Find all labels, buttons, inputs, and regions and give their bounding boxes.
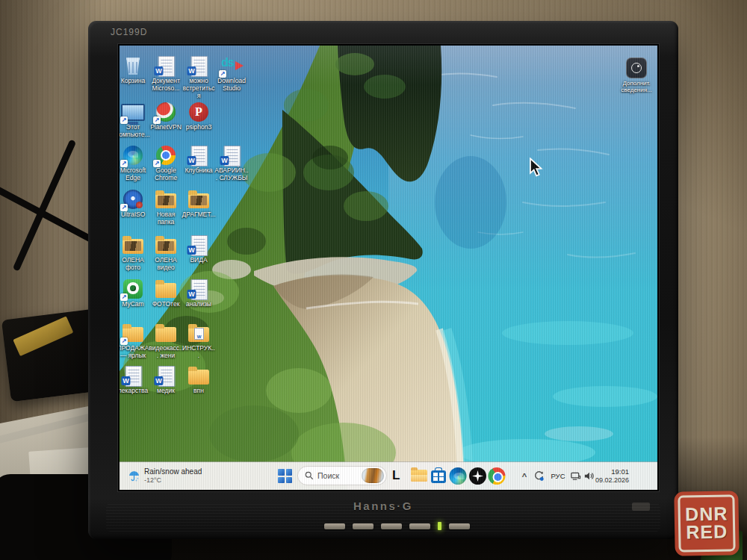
mycam-icon	[122, 279, 144, 299]
desktop-icon-word-analizy[interactable]: анализы	[182, 279, 216, 308]
shortcut-arrow-icon	[120, 160, 128, 167]
icon-label: Документ Microso...	[149, 78, 183, 93]
chrome-icon	[155, 145, 177, 166]
tray-time: 19:01	[611, 467, 629, 476]
monitor-bezel: JC199D	[88, 21, 678, 539]
desktop-icon-google-chrome[interactable]: Google Chrome	[149, 145, 183, 182]
icon-label: UltraISO	[120, 211, 150, 219]
monitor-model-label: JC199D	[111, 27, 147, 37]
search-highlight-thumbnail[interactable]	[362, 468, 384, 483]
l-app-icon	[388, 467, 408, 485]
icon-label: видеокасс... жени	[149, 345, 183, 360]
search-icon	[305, 471, 314, 480]
folder-word-art	[188, 327, 209, 342]
desktop-icon-word-mozhno-vstretitsya[interactable]: можно встретиться	[182, 55, 216, 99]
desktop-icon-word-avariyn-sluzhby[interactable]: АВАРИЙН... СЛУЖБЫ	[214, 145, 249, 182]
desktop-icon-folder-instruk[interactable]: ИНСТРУК...	[182, 323, 216, 360]
desktop-icon-planet-vpn[interactable]: PlanetVPN	[149, 102, 183, 131]
desktop-icon-word-vida[interactable]: ВИДА	[182, 234, 216, 264]
desktop-icon-microsoft-edge[interactable]: Microsoft Edge	[120, 145, 150, 182]
icon-label: Клубника	[182, 167, 216, 175]
tray-clock[interactable]: 19:01 09.02.2026	[595, 462, 632, 490]
power-led	[438, 522, 441, 530]
search-placeholder: Поиск	[317, 471, 358, 480]
taskbar-icon-chrome[interactable]	[487, 467, 506, 485]
desktop-icon-download-studio[interactable]: Download Studio	[214, 55, 249, 93]
tray-volume-icon[interactable]	[582, 462, 595, 490]
psiphon-art	[189, 102, 208, 122]
icon-label: psiphon3	[182, 124, 216, 131]
icon-label: Google Chrome	[149, 167, 183, 182]
taskbar-icon-edge[interactable]	[448, 467, 468, 485]
word-doc-icon	[187, 279, 210, 299]
tray-network-icon[interactable]	[568, 462, 582, 490]
word-doc-icon	[187, 55, 210, 76]
desktop-icon-mycam[interactable]: MyCam	[120, 279, 150, 308]
edge-icon	[450, 467, 467, 485]
desktop-icon-folder-vpn[interactable]: впн	[182, 365, 216, 395]
tray-language-indicator[interactable]: РУС	[548, 462, 568, 490]
planet-vpn-icon	[155, 102, 177, 122]
monitor-button	[324, 523, 345, 529]
desktop-icon-folder-dragmet[interactable]: ДРАГМЕТ...	[182, 189, 216, 219]
watermark-frame: DNR RED	[678, 494, 735, 552]
monitor-button	[409, 523, 430, 529]
taskbar-icon-star-app[interactable]	[468, 467, 487, 485]
shortcut-arrow-icon	[120, 204, 128, 211]
icon-label: АВАРИЙН... СЛУЖБЫ	[214, 167, 249, 182]
word-doc-icon	[187, 234, 210, 255]
desktop-icon-word-dokument-microsoft[interactable]: Документ Microso...	[149, 55, 183, 93]
desktop-icon-word-medik[interactable]: медик	[149, 365, 183, 395]
desktop-icon-psiphon3[interactable]: psiphon3	[182, 102, 216, 131]
taskbar-icon-file-explorer[interactable]	[409, 467, 429, 485]
recycle-bin-art	[125, 57, 140, 75]
desktop-icon-folder-olena-video[interactable]: ОЛЕНА видео	[149, 234, 183, 272]
recycle-bin-icon	[122, 55, 144, 76]
mouse-cursor	[529, 158, 543, 177]
desktop-icon-this-pc[interactable]: Этот компьюте...	[120, 102, 150, 139]
word-doc-art	[158, 366, 175, 387]
shortcut-arrow-icon	[120, 337, 128, 345]
desktop-icon-word-lekarstva[interactable]: лекарства	[120, 365, 150, 395]
store-icon	[431, 470, 446, 483]
word-doc-icon	[155, 55, 177, 76]
monitor-button	[449, 523, 470, 529]
desktop-icon-folder-prodazha[interactable]: ПРОДАЖА — ярлык	[120, 323, 150, 360]
weather-widget[interactable]: Rain/snow ahead -12°C	[123, 464, 206, 488]
icon-label: ДРАГМЕТ...	[182, 211, 216, 219]
folder-shortcut-icon	[122, 323, 144, 343]
folder-media-art	[155, 239, 176, 254]
folder-art	[155, 327, 176, 342]
photo-scene: JC199D	[0, 0, 747, 560]
desktop-icon-folder-videokass-zheni[interactable]: видеокасс... жени	[149, 323, 183, 360]
spotlight-info-icon-cell[interactable]: Дополнит. сведения...	[617, 57, 656, 93]
folder-art	[188, 370, 209, 385]
explorer-icon	[411, 470, 427, 482]
start-button[interactable]	[278, 469, 292, 483]
screen: КорзинаДокумент Microso...можно встретит…	[120, 46, 657, 490]
desktop-icon-folder-novaya-papka[interactable]: Новая папка	[149, 189, 183, 226]
picture-info-icon	[626, 57, 647, 78]
taskbar-icon-microsoft-store[interactable]	[429, 467, 448, 485]
search-box[interactable]: Поиск	[297, 466, 387, 485]
desktop-icon-folder-olena-foto[interactable]: ОЛЕНА фото	[120, 234, 150, 272]
word-doc-art	[190, 146, 208, 167]
icon-label: Download Studio	[214, 78, 249, 93]
desktop-icon-ultraiso[interactable]: UltraISO	[120, 189, 150, 219]
icon-label: впн	[182, 388, 216, 395]
desktop-icon-word-klubnika[interactable]: Клубника	[182, 145, 216, 175]
desktop-icon-recycle-bin[interactable]: Корзина	[120, 55, 150, 85]
shortcut-arrow-icon	[153, 160, 161, 167]
icon-label: можно встретиться	[182, 78, 216, 99]
word-doc-art	[190, 235, 208, 256]
tray-hidden-icons-chevron[interactable]: ^	[518, 462, 530, 490]
desktop-icon-folder-fototek[interactable]: ФОТОтек	[149, 279, 183, 308]
taskbar-icon-l-app[interactable]	[388, 467, 408, 485]
icon-label: ПРОДАЖА — ярлык	[120, 345, 150, 360]
star-app-icon	[469, 467, 486, 485]
icon-label: Корзина	[120, 78, 150, 85]
adapter-label	[13, 316, 73, 356]
weather-temp: -12°C	[144, 476, 202, 485]
tray-sync-icon[interactable]	[532, 462, 545, 490]
bezel-sticker	[632, 503, 650, 511]
